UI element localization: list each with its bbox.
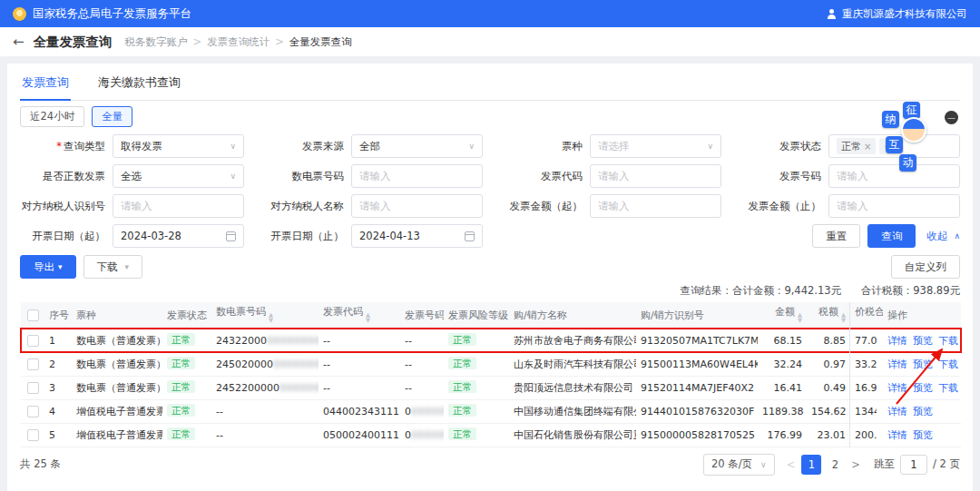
download-link[interactable]: 下载 bbox=[938, 358, 958, 370]
jump-to-page: 跳至 / 2 页 bbox=[874, 455, 960, 475]
ticket-type-select[interactable]: 请选择 ∨ bbox=[590, 134, 721, 158]
badge-char: 动 bbox=[899, 154, 916, 172]
amount-from-input[interactable] bbox=[590, 194, 721, 218]
positive-invoice-label: 是否正数发票 bbox=[20, 170, 113, 183]
preview-link[interactable]: 预览 bbox=[913, 406, 933, 417]
search-button[interactable]: 查询 bbox=[867, 224, 916, 248]
preview-link[interactable]: 预览 bbox=[913, 358, 933, 370]
row-checkbox[interactable] bbox=[27, 335, 39, 347]
cell-invoice-number: -- bbox=[400, 376, 444, 399]
cell-party-id: 915000005828170525 bbox=[636, 423, 758, 447]
quick-filter-all[interactable]: 全量 bbox=[92, 106, 132, 127]
party-taxid-input[interactable] bbox=[113, 194, 244, 218]
preview-link[interactable]: 预览 bbox=[913, 335, 933, 347]
column-header-code[interactable]: 发票代码▲▼ bbox=[318, 302, 400, 329]
column-header-dno[interactable]: 数电票号码▲▼ bbox=[211, 302, 318, 329]
jump-label: 跳至 bbox=[874, 457, 895, 471]
collapse-filters-link[interactable]: 收起∧ bbox=[926, 230, 960, 243]
column-header-status: 发票状态 bbox=[162, 302, 211, 329]
summary-tax: 合计税额：938.89元 bbox=[861, 284, 960, 297]
detail-link[interactable]: 详情 bbox=[887, 358, 907, 370]
invoice-source-select[interactable]: 全部 ∨ bbox=[351, 134, 483, 158]
breadcrumb-item[interactable]: 发票查询统计 bbox=[207, 35, 270, 49]
tab-bar: 发票查询 海关缴款书查询 bbox=[20, 67, 960, 101]
cell-digital-number: 2450200000000000000 bbox=[211, 352, 318, 376]
row-checkbox[interactable] bbox=[27, 429, 39, 441]
sort-icon[interactable]: ▲▼ bbox=[366, 315, 370, 326]
caret-down-icon: ▾ bbox=[58, 262, 63, 271]
cell-invoice-number: 00000000 bbox=[400, 399, 444, 423]
next-page-button[interactable]: > bbox=[848, 458, 863, 471]
summary-amount: 查询结果：合计金额：9,442.13元 bbox=[680, 284, 841, 297]
cell-index: 4 bbox=[44, 399, 72, 423]
cell-tax: 0.49 bbox=[807, 376, 850, 399]
detail-link[interactable]: 详情 bbox=[887, 429, 907, 441]
sort-icon[interactable]: ▲▼ bbox=[269, 315, 273, 326]
calendar-icon bbox=[226, 231, 236, 241]
jump-page-input[interactable] bbox=[900, 455, 927, 475]
digital-no-input[interactable] bbox=[351, 164, 483, 188]
detail-link[interactable]: 详情 bbox=[887, 335, 907, 347]
detail-link[interactable]: 详情 bbox=[887, 382, 907, 394]
reset-button[interactable]: 重置 bbox=[812, 224, 860, 248]
cell-risk-level: 正常 bbox=[444, 399, 509, 423]
date-to-picker[interactable]: 2024-04-13 bbox=[351, 224, 483, 248]
pager: < 12 > bbox=[784, 455, 863, 475]
back-arrow-icon[interactable]: ← bbox=[13, 35, 24, 49]
select-all-header bbox=[21, 302, 44, 329]
select-all-checkbox[interactable] bbox=[27, 309, 39, 321]
table-header-row: 序号票种发票状态数电票号码▲▼发票代码▲▼发票号码发票风险等级购/销方名称购/销… bbox=[21, 302, 961, 329]
tab-invoice-query[interactable]: 发票查询 bbox=[20, 67, 71, 101]
zhengna-hudong-mascot-badge[interactable]: 征 纳 互 动 bbox=[878, 102, 929, 178]
export-button[interactable]: 导出▾ bbox=[20, 255, 76, 279]
column-header-tax[interactable]: 税额▲▼ bbox=[807, 302, 850, 329]
download-link[interactable]: 下载 bbox=[938, 382, 958, 394]
close-icon[interactable]: × bbox=[864, 142, 871, 152]
query-type-select[interactable]: 取得发票 ∨ bbox=[113, 134, 244, 158]
invoice-code-label: 发票代码 bbox=[497, 170, 590, 183]
sort-icon[interactable]: ▲▼ bbox=[841, 315, 846, 326]
cell-tax: 8.85 bbox=[807, 329, 850, 352]
preview-link[interactable]: 预览 bbox=[913, 429, 933, 441]
digital-no-label: 数电票号码 bbox=[259, 170, 351, 183]
chevron-down-icon: ∨ bbox=[230, 172, 236, 181]
prev-page-button[interactable]: < bbox=[784, 458, 799, 471]
invoice-table: 序号票种发票状态数电票号码▲▼发票代码▲▼发票号码发票风险等级购/销方名称购/销… bbox=[20, 302, 962, 447]
account-menu[interactable]: 重庆凯源盛才科技有限公司 bbox=[827, 7, 967, 21]
download-button[interactable]: 下载▾ bbox=[83, 255, 143, 279]
column-header-total[interactable]: 价税合计▲▼ bbox=[850, 302, 883, 329]
positive-invoice-select[interactable]: 全选 ∨ bbox=[113, 164, 244, 188]
amount-to-input[interactable] bbox=[828, 194, 960, 218]
risk-level-badge: 正常 bbox=[448, 404, 476, 417]
cell-checkbox bbox=[21, 329, 44, 352]
detail-link[interactable]: 详情 bbox=[887, 406, 907, 417]
page-size-select[interactable]: 20 条/页 ∨ bbox=[703, 454, 775, 476]
cell-party-name: 中国移动通信集团终端有限公司广… bbox=[509, 399, 636, 423]
cell-operations: 详情预览下载 bbox=[883, 376, 961, 399]
row-checkbox[interactable] bbox=[27, 358, 39, 370]
cell-risk-level: 正常 bbox=[444, 329, 509, 352]
sort-icon[interactable]: ▲▼ bbox=[798, 315, 802, 326]
collapse-widget-button[interactable]: — bbox=[945, 111, 958, 124]
page-button-2[interactable]: 2 bbox=[825, 455, 845, 475]
row-checkbox[interactable] bbox=[27, 406, 39, 417]
date-from-picker[interactable]: 2024-03-28 bbox=[113, 224, 244, 248]
cell-party-id: 91520114MA7JEF40X2 bbox=[636, 376, 758, 399]
query-type-label: *查询类型 bbox=[20, 140, 113, 153]
preview-link[interactable]: 预览 bbox=[913, 382, 933, 394]
breadcrumb-item[interactable]: 税务数字账户 bbox=[125, 35, 188, 49]
invoice-status-badge: 正常 bbox=[167, 357, 195, 369]
company-name: 重庆凯源盛才科技有限公司 bbox=[842, 7, 967, 21]
customize-columns-button[interactable]: 自定义列 bbox=[891, 255, 960, 279]
invoice-table-wrapper: 序号票种发票状态数电票号码▲▼发票代码▲▼发票号码发票风险等级购/销方名称购/销… bbox=[20, 302, 960, 447]
invoice-code-input[interactable] bbox=[590, 164, 721, 188]
cell-party-name: 中国石化销售股份有限公司重庆江… bbox=[509, 423, 636, 447]
page-button-1[interactable]: 1 bbox=[801, 455, 821, 475]
calendar-icon bbox=[465, 231, 475, 241]
tab-customs-payment-query[interactable]: 海关缴款书查询 bbox=[96, 67, 182, 100]
quick-filter-24h[interactable]: 近24小时 bbox=[20, 106, 84, 127]
download-link[interactable]: 下载 bbox=[938, 335, 958, 347]
row-checkbox[interactable] bbox=[27, 382, 39, 394]
column-header-amount[interactable]: 金额▲▼ bbox=[758, 302, 807, 329]
party-name-input[interactable] bbox=[351, 194, 483, 218]
